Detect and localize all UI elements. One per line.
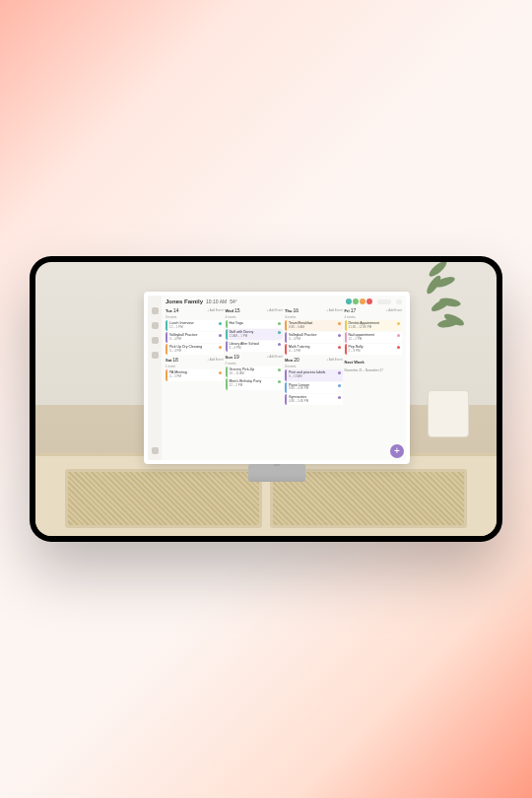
day-column: Thu 16+ Add Event4 eventsTeam Breakfast8… [285,306,343,457]
event-card[interactable]: Math Tutoring4 – 5 PM [285,344,343,355]
event-card[interactable]: Gymnastics4:30 – 5:30 PM [285,394,343,405]
event-card[interactable]: Mimi's Birthday Party12 – 2 PM [226,378,284,389]
settings-icon[interactable] [152,447,159,454]
next-week-range: November 21 – November 27 [345,368,403,372]
add-event-link[interactable]: + Add Event [386,308,402,312]
event-dot-icon [219,346,222,349]
event-time: 2 – 3 PM [349,350,401,353]
lists-icon[interactable] [152,352,159,359]
add-event-link[interactable]: + Add Event [267,355,283,359]
day-header: Sun 19+ Add Event [226,353,284,361]
temperature: 54° [230,299,237,304]
avatar[interactable] [353,299,359,304]
event-card[interactable]: Library After School3 – 4 PM [226,341,284,352]
clock: 10:10 AM [206,299,227,304]
day-column: Wed 15+ Add Event4 eventsHot YogaGolf wi… [226,306,284,457]
event-card[interactable]: Lunch Interview12 – 1 PM [166,320,224,331]
event-time: 12 – 2 PM [349,338,401,341]
event-card[interactable]: Grocery Pick-Up10 – 11 AM [226,366,284,377]
frame-stand [248,464,305,482]
event-card[interactable]: Golf with Danny11 AM – 1 PM [226,329,284,340]
event-time: 3:30 – 4:30 PM [289,387,341,390]
day-column: Fri 17+ Add Event4 eventsDentist Appoint… [345,306,403,457]
event-title: Hot Yoga [230,322,282,326]
add-event-link[interactable]: + Add Event [326,358,342,362]
event-card[interactable]: Pep Rally2 – 3 PM [345,344,403,355]
event-time: 3 – 4 PM [169,338,222,341]
family-name: Jones Family [166,299,203,304]
event-card[interactable]: Team Breakfast8:30 – 9 AM [285,320,343,331]
next-week-header: Next Week [345,359,403,366]
day-header: Fri 17+ Add Event [345,306,403,314]
event-card[interactable]: Print and process labels9 – 10 AM [285,369,343,380]
day-label: Thu 16 [285,307,299,313]
event-count: 4 events [285,315,343,319]
event-time: 12 – 2 PM [230,384,282,387]
home-icon[interactable] [152,307,159,314]
day-label: Fri 17 [345,307,357,313]
view-toggle[interactable] [377,299,391,304]
event-time: 4 – 5 PM [169,375,222,378]
day-header: Mon 20+ Add Event [285,356,343,364]
device-mockup: Jones Family 10:10 AM 54° Tue 14+ Add Ev… [30,256,502,542]
event-count: 1 event [166,365,224,368]
event-card[interactable]: Hot Yoga [226,320,284,328]
day-label: Sun 19 [226,354,239,360]
event-time: 11 AM – 1 PM [230,335,282,338]
calendar-screen: Jones Family 10:10 AM 54° Tue 14+ Add Ev… [148,296,406,460]
event-time: 4:30 – 5:30 PM [289,400,341,403]
avatar[interactable] [346,299,352,304]
calendar-icon[interactable] [152,322,159,329]
photo-scene: Jones Family 10:10 AM 54° Tue 14+ Add Ev… [35,262,497,536]
event-dot-icon [278,331,281,334]
more-button[interactable] [396,299,402,304]
tasks-icon[interactable] [152,337,159,344]
event-dot-icon [219,322,222,325]
event-card[interactable]: Piano Lesson3:30 – 4:30 PM [285,382,343,393]
event-card[interactable]: Volleyball Practice3 – 4 PM [166,332,224,343]
event-time: 11:30 – 12:30 PM [349,326,401,329]
main-panel: Jones Family 10:10 AM 54° Tue 14+ Add Ev… [162,296,406,460]
event-card[interactable]: PA Meeting4 – 5 PM [166,369,224,380]
header: Jones Family 10:10 AM 54° [166,299,402,304]
event-dot-icon [278,322,281,325]
event-dot-icon [338,396,341,399]
event-time: 3 – 4 PM [289,338,341,341]
day-label: Mon 20 [285,357,299,363]
add-event-link[interactable]: + Add Event [326,308,342,312]
calendar-frame: Jones Family 10:10 AM 54° Tue 14+ Add Ev… [144,292,410,464]
event-dot-icon [338,322,341,325]
add-event-link[interactable]: + Add Event [207,308,223,312]
add-fab[interactable]: + [390,444,404,458]
calendar-grid: Tue 14+ Add Event3 eventsLunch Interview… [166,306,402,457]
event-dot-icon [397,322,400,325]
day-column: Tue 14+ Add Event3 eventsLunch Interview… [166,306,224,457]
event-time: 3 – 4 PM [169,350,222,353]
avatar[interactable] [366,299,372,304]
add-event-link[interactable]: + Add Event [267,308,283,312]
day-label: Tue 14 [166,307,179,313]
candle-decor [428,390,469,437]
day-header: Sat 18+ Add Event [166,356,224,364]
add-event-link[interactable]: + Add Event [207,358,223,362]
day-label: Wed 15 [226,307,240,313]
event-time: 8:30 – 9 AM [289,326,341,329]
event-count: 3 events [285,365,343,368]
event-time: 3 – 4 PM [230,347,282,350]
event-count: 2 events [226,362,284,366]
event-card[interactable]: Volleyball Practice3 – 4 PM [285,332,343,343]
family-avatars[interactable] [346,299,372,304]
avatar[interactable] [360,299,366,304]
event-count: 3 events [166,315,224,319]
event-time: 9 – 10 AM [289,375,341,378]
day-label: Sat 18 [166,357,178,363]
day-header: Tue 14+ Add Event [166,306,224,314]
event-dot-icon [338,384,341,387]
event-card[interactable]: Dentist Appointment11:30 – 12:30 PM [345,320,403,331]
event-time: 12 – 1 PM [169,326,222,329]
event-count: 4 events [345,315,403,319]
event-time: 10 – 11 AM [230,372,282,375]
sidebar [148,296,162,460]
event-card[interactable]: Nail appointment12 – 2 PM [345,332,403,343]
event-card[interactable]: Pick Up Dry Cleaning3 – 4 PM [166,344,224,355]
